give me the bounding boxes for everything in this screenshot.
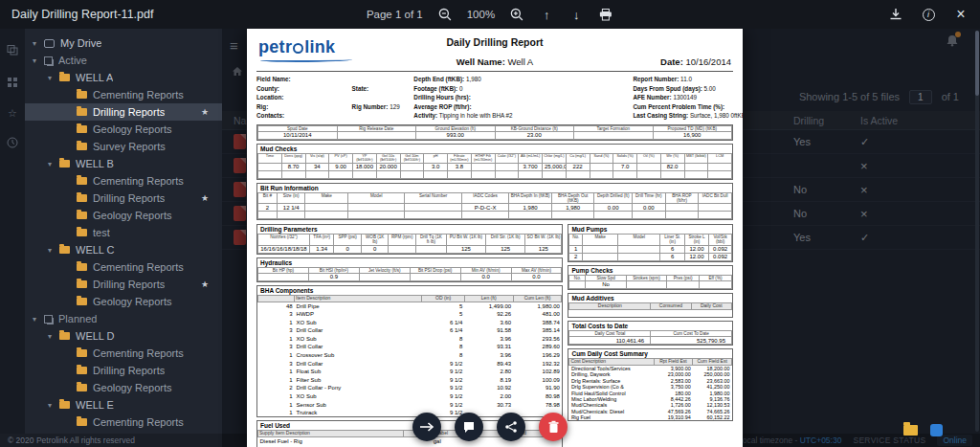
scroll-up-icon[interactable]: ↑ bbox=[539, 7, 554, 22]
sidebar-item-drilling-reports[interactable]: Drilling Reports★ bbox=[25, 190, 222, 207]
caret-icon[interactable]: ▾ bbox=[33, 39, 44, 48]
table-row: 3HWDP592.26481.00 bbox=[258, 310, 562, 319]
download-icon[interactable] bbox=[888, 7, 903, 22]
sidebar-item-well-d[interactable]: ▾WELL D bbox=[25, 327, 222, 345]
sidebar-item-test[interactable]: test bbox=[25, 224, 222, 241]
panels-icon[interactable] bbox=[7, 42, 18, 59]
column-header: Liner Si. (in) bbox=[660, 235, 684, 246]
table-cell: 9 1/2 bbox=[422, 400, 464, 409]
table-cell: 34 bbox=[305, 163, 329, 170]
sidebar-item-label: Geology Reports bbox=[93, 382, 172, 393]
forward-button[interactable] bbox=[412, 413, 441, 441]
table-cell bbox=[660, 170, 684, 178]
column-header: Model bbox=[348, 192, 405, 204]
scrollbar[interactable] bbox=[975, 31, 979, 432]
mud_checks-table: TimeDens (ppg)Vis (s/qt)PV (cP)YP (lbf/1… bbox=[257, 153, 732, 179]
report-field: State: bbox=[352, 85, 414, 92]
field-label: Depth End (ftKB): bbox=[413, 76, 464, 82]
comment-button[interactable] bbox=[455, 413, 483, 441]
close-icon[interactable]: × bbox=[953, 7, 969, 22]
sidebar-item-cementing-reports[interactable]: Cementing Reports bbox=[25, 413, 222, 431]
caret-icon[interactable]: ▾ bbox=[48, 401, 59, 410]
caret-icon[interactable]: ▾ bbox=[33, 315, 44, 324]
mud-checks-section: Mud Checks TimeDens (ppg)Vis (s/qt)PV (c… bbox=[256, 144, 733, 180]
sidebar-item-cementing-reports[interactable]: Cementing Reports bbox=[25, 172, 222, 190]
column-header: Drill Time (hr) bbox=[633, 192, 666, 204]
sidebar-item-drilling-reports[interactable]: Drilling Reports★ bbox=[25, 103, 222, 121]
table-cell: 9 1/2 bbox=[422, 392, 464, 401]
delete-button[interactable] bbox=[539, 413, 568, 441]
table-row: 48Drill Pipe51,499.001,980.00 bbox=[258, 302, 562, 310]
table-cell: 92.26 bbox=[464, 310, 513, 319]
caret-icon[interactable]: ▾ bbox=[48, 332, 59, 341]
sidebar-item-cementing-reports[interactable]: Cementing Reports bbox=[25, 258, 222, 276]
caret-icon[interactable]: ▾ bbox=[48, 246, 59, 255]
share-button[interactable] bbox=[497, 413, 525, 441]
grid-icon[interactable] bbox=[7, 75, 18, 92]
caret-icon[interactable]: ▾ bbox=[48, 74, 59, 82]
sidebar-item-geology-reports[interactable]: Geology Reports bbox=[25, 121, 222, 138]
report-field: Cum Percent Problem Time (%): bbox=[633, 103, 733, 110]
sidebar-item-cementing-reports[interactable]: Cementing Reports bbox=[25, 345, 222, 362]
table-cell bbox=[637, 163, 661, 170]
star-icon[interactable]: ★ bbox=[201, 279, 209, 289]
sidebar-item-drilling-reports[interactable]: Drilling Reports★ bbox=[25, 276, 222, 293]
caret-icon[interactable]: ▾ bbox=[48, 160, 59, 168]
table-cell: P-D-C-X bbox=[461, 204, 509, 212]
star-icon[interactable]: ★ bbox=[201, 107, 209, 117]
column-header: BHA Depth Out (ftKB) bbox=[551, 192, 594, 204]
sidebar-item-well-c[interactable]: ▾WELL C bbox=[25, 241, 222, 258]
cost-summary-section: Cum Daily Cost Summary Cost DescriptionR… bbox=[568, 348, 733, 421]
section-title: Pump Checks bbox=[568, 266, 732, 275]
sidebar-item-label: WELL B bbox=[76, 158, 114, 169]
scroll-down-icon[interactable]: ↓ bbox=[568, 7, 584, 22]
folder-shortcut-icon[interactable] bbox=[903, 425, 918, 436]
sidebar-item-my-drive[interactable]: ▾My Drive bbox=[25, 34, 222, 52]
table-row: No bbox=[569, 280, 732, 288]
column-header: Ca (mg/L) bbox=[566, 153, 590, 163]
sidebar-item-cementing-reports[interactable]: Cementing Reports bbox=[25, 86, 222, 103]
report-field: Activity: Tipping in hole with BHA #2 bbox=[413, 112, 633, 119]
sidebar-item-label: Geology Reports bbox=[93, 210, 172, 221]
folder-icon bbox=[77, 229, 87, 236]
print-icon[interactable] bbox=[598, 7, 613, 22]
star-icon[interactable]: ★ bbox=[201, 193, 209, 203]
zoom-in-icon[interactable] bbox=[509, 7, 524, 22]
table-cell bbox=[667, 280, 700, 288]
bit_run-table: Bit #Size (in)MakeModelSerial NumberIADC… bbox=[257, 192, 732, 220]
table-cell: 1 bbox=[258, 392, 295, 401]
bit-run-section: Bit Run Information Bit #Size (in)MakeMo… bbox=[256, 183, 733, 221]
sidebar-item-geology-reports[interactable]: Geology Reports bbox=[25, 293, 222, 310]
apps-shortcut-icon[interactable] bbox=[930, 424, 943, 436]
folder-icon bbox=[77, 298, 87, 305]
zoom-out-icon[interactable] bbox=[437, 7, 453, 22]
table-cell: 385.14 bbox=[513, 326, 562, 335]
table-cell bbox=[405, 212, 461, 219]
report-header: petrlink Daily Drilling Report Well Name… bbox=[256, 34, 733, 72]
info-row: Location: Drilling Hours (hrs): AFE Numb… bbox=[256, 94, 733, 103]
sidebar-item-well-b[interactable]: ▾WELL B bbox=[25, 155, 222, 172]
sidebar-item-drilling-reports[interactable]: Drilling Reports bbox=[25, 362, 222, 379]
sidebar-item-geology-reports[interactable]: Geology Reports bbox=[25, 207, 222, 224]
sidebar-item-well-a[interactable]: ▾WELL A bbox=[25, 69, 222, 86]
sidebar-item-active[interactable]: ▾Active bbox=[25, 52, 222, 69]
sidebar-item-geology-reports[interactable]: Geology Reports bbox=[25, 379, 222, 396]
sidebar-item-label: WELL C bbox=[76, 244, 115, 256]
scrollbar-thumb[interactable] bbox=[975, 31, 979, 96]
info-icon[interactable]: i bbox=[921, 7, 936, 22]
sidebar-item-well-e[interactable]: ▾WELL E bbox=[25, 396, 222, 413]
table-cell: 289.60 bbox=[513, 343, 562, 351]
table-cell: 6 1/4 bbox=[422, 318, 464, 326]
clock-icon[interactable] bbox=[7, 135, 18, 152]
folder-icon bbox=[77, 143, 87, 150]
pdf-page[interactable]: petrlink Daily Drilling Report Well Name… bbox=[247, 29, 743, 447]
field-value: Tipping in hole with BHA #2 bbox=[437, 112, 512, 119]
caret-icon[interactable]: ▾ bbox=[33, 56, 44, 65]
table-cell: 6 bbox=[660, 245, 684, 253]
sidebar-item-planned[interactable]: ▾Planned bbox=[25, 310, 222, 327]
star-rail-icon[interactable]: ☆ bbox=[8, 107, 17, 120]
table-cell: 1 bbox=[258, 400, 295, 409]
sidebar-item-survey-reports[interactable]: Survey Reports bbox=[25, 138, 222, 155]
folder-sidebar: ▾My Drive▾Active▾WELL ACementing Reports… bbox=[25, 29, 222, 434]
field-value: 0 bbox=[457, 85, 462, 92]
